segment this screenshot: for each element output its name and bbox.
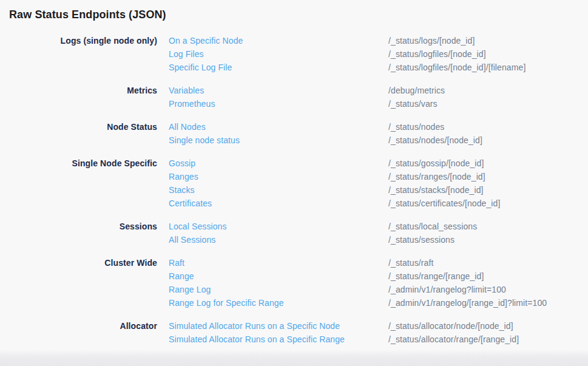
endpoint-urls-column: /_status/nodes/_status/nodes/[node_id]	[388, 120, 579, 147]
endpoint-table: Logs (single node only) On a Specific No…	[9, 34, 579, 346]
endpoint-link[interactable]: Simulated Allocator Runs on a Specific R…	[169, 333, 345, 346]
endpoint-url: /_status/vars	[388, 97, 579, 110]
category-label: Logs (single node only)	[9, 34, 157, 74]
endpoint-url: /_status/nodes	[388, 120, 579, 134]
category-label: Allocator	[9, 319, 157, 346]
endpoint-urls-column: /_status/allocator/node/[node_id]/_statu…	[388, 319, 579, 346]
endpoint-link[interactable]: Range Log	[169, 283, 211, 296]
endpoint-group: Allocator Simulated Allocator Runs on a …	[9, 319, 579, 346]
endpoint-link[interactable]: All Nodes	[169, 120, 206, 134]
endpoint-url: /_status/logs/[node_id]	[388, 34, 579, 47]
category-label: Sessions	[9, 220, 157, 246]
endpoint-url: /debug/metrics	[388, 84, 579, 97]
category-label: Metrics	[9, 84, 157, 110]
endpoint-url: /_status/local_sessions	[388, 220, 579, 233]
endpoint-link[interactable]: Ranges	[169, 170, 198, 183]
endpoint-url: /_status/ranges/[node_id]	[388, 170, 579, 183]
endpoint-links-column: RaftRangeRange LogRange Log for Specific…	[169, 256, 377, 310]
endpoint-link[interactable]: Single node status	[169, 134, 240, 147]
endpoint-urls-column: /_status/local_sessions/_status/sessions	[388, 220, 579, 246]
endpoint-link[interactable]: Range Log for Specific Range	[169, 296, 284, 310]
endpoint-url: /_status/raft	[388, 256, 579, 269]
category-label: Node Status	[9, 120, 157, 147]
endpoint-link[interactable]: Variables	[169, 84, 204, 97]
endpoint-url: /_status/range/[range_id]	[388, 269, 579, 283]
endpoint-url: /_status/stacks/[node_id]	[388, 183, 579, 197]
debug-endpoints-page: Raw Status Endpoints (JSON) Logs (single…	[0, 0, 588, 346]
endpoint-url: /_admin/v1/rangelog/[range_id]?limit=100	[388, 296, 579, 310]
endpoint-link[interactable]: Local Sessions	[169, 220, 227, 233]
endpoint-urls-column: /_status/gossip/[node_id]/_status/ranges…	[388, 157, 579, 210]
endpoint-urls-column: /_status/logs/[node_id]/_status/logfiles…	[388, 34, 579, 74]
endpoint-link[interactable]: All Sessions	[169, 233, 215, 246]
endpoint-group: Logs (single node only) On a Specific No…	[9, 34, 579, 74]
endpoint-group: Cluster Wide RaftRangeRange LogRange Log…	[9, 256, 579, 310]
endpoint-url: /_status/allocator/node/[node_id]	[388, 319, 579, 333]
endpoint-group: Single Node Specific GossipRangesStacksC…	[9, 157, 579, 210]
endpoint-links-column: On a Specific NodeLog FilesSpecific Log …	[169, 34, 377, 74]
endpoint-link[interactable]: On a Specific Node	[169, 34, 243, 47]
endpoint-link[interactable]: Range	[169, 269, 194, 283]
page-title: Raw Status Endpoints (JSON)	[9, 7, 579, 22]
category-label: Single Node Specific	[9, 157, 157, 210]
endpoint-link[interactable]: Stacks	[169, 183, 195, 197]
endpoint-urls-column: /_status/raft/_status/range/[range_id]/_…	[388, 256, 579, 310]
endpoint-group: Node Status All NodesSingle node status …	[9, 120, 579, 147]
endpoint-url: /_status/gossip/[node_id]	[388, 157, 579, 170]
endpoint-url: /_status/nodes/[node_id]	[388, 134, 579, 147]
endpoint-group: Sessions Local SessionsAll Sessions /_st…	[9, 220, 579, 246]
endpoint-link[interactable]: Log Files	[169, 47, 204, 61]
endpoint-link[interactable]: Specific Log File	[169, 61, 232, 74]
endpoint-link[interactable]: Raft	[169, 256, 184, 269]
endpoint-url: /_status/logfiles/[node_id]	[388, 47, 579, 61]
endpoint-link[interactable]: Gossip	[169, 157, 195, 170]
category-label: Cluster Wide	[9, 256, 157, 310]
endpoint-links-column: GossipRangesStacksCertificates	[169, 157, 377, 210]
endpoint-links-column: All NodesSingle node status	[169, 120, 377, 147]
endpoint-url: /_status/sessions	[388, 233, 579, 246]
endpoint-url: /_status/allocator/range/[range_id]	[388, 333, 579, 346]
endpoint-links-column: VariablesPrometheus	[169, 84, 377, 110]
endpoint-link[interactable]: Simulated Allocator Runs on a Specific N…	[169, 319, 340, 333]
endpoint-group: Metrics VariablesPrometheus /debug/metri…	[9, 84, 579, 110]
endpoint-url: /_status/certificates/[node_id]	[388, 197, 579, 210]
endpoint-url: /_admin/v1/rangelog?limit=100	[388, 283, 579, 296]
endpoint-url: /_status/logfiles/[node_id]/[filename]	[388, 61, 579, 74]
endpoint-link[interactable]: Prometheus	[169, 97, 215, 110]
endpoint-links-column: Simulated Allocator Runs on a Specific N…	[169, 319, 377, 346]
endpoint-urls-column: /debug/metrics/_status/vars	[388, 84, 579, 110]
endpoint-links-column: Local SessionsAll Sessions	[169, 220, 377, 246]
endpoint-link[interactable]: Certificates	[169, 197, 212, 210]
